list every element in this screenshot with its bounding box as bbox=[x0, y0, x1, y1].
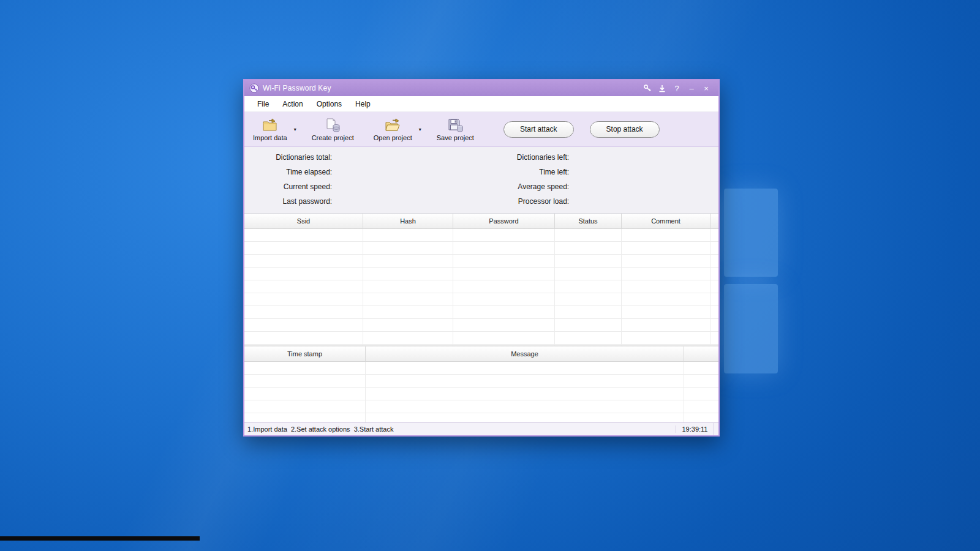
import-data-label: Import data bbox=[253, 134, 287, 141]
statusbar: 1.Import data 2.Set attack options 3.Sta… bbox=[244, 422, 718, 435]
results-table[interactable]: Ssid Hash Password Status Comment bbox=[244, 214, 718, 347]
column-header-message[interactable]: Message bbox=[366, 347, 684, 361]
comment-column bbox=[622, 229, 710, 345]
save-project-button[interactable]: Save project bbox=[434, 116, 477, 143]
statusbar-grip bbox=[714, 423, 718, 435]
stat-row: Dictionaries left: bbox=[481, 150, 718, 165]
stats-column-left: Dictionaries total: Time elapsed: Curren… bbox=[244, 150, 481, 213]
menu-help[interactable]: Help bbox=[349, 97, 377, 111]
stats-panel: Dictionaries total: Time elapsed: Curren… bbox=[244, 147, 718, 214]
taskbar-edge bbox=[0, 536, 200, 541]
menubar: File Action Options Help bbox=[244, 96, 718, 112]
windows-logo-pane bbox=[724, 284, 778, 373]
toolbar: Import data ▼ Create project bbox=[244, 112, 718, 147]
create-project-label: Create project bbox=[312, 134, 354, 141]
import-folder-icon bbox=[262, 118, 279, 133]
log-table[interactable]: Time stamp Message bbox=[244, 347, 718, 422]
stat-row: Current speed: bbox=[244, 179, 481, 194]
column-header-filler bbox=[710, 214, 718, 228]
stats-column-right: Dictionaries left: Time left: Average sp… bbox=[481, 150, 718, 213]
open-dropdown-arrow[interactable]: ▼ bbox=[416, 117, 424, 141]
column-header-comment[interactable]: Comment bbox=[622, 214, 710, 228]
stat-row: Processor load: bbox=[481, 194, 718, 209]
log-table-body[interactable] bbox=[244, 362, 718, 422]
column-header-hash[interactable]: Hash bbox=[363, 214, 453, 228]
average-speed-label: Average speed: bbox=[481, 182, 569, 191]
stat-row: Time elapsed: bbox=[244, 165, 481, 179]
open-folder-icon bbox=[384, 118, 401, 133]
dictionaries-left-label: Dictionaries left: bbox=[481, 153, 569, 162]
password-column bbox=[453, 229, 555, 345]
status-hint: 1.Import data 2.Set attack options 3.Sta… bbox=[244, 425, 676, 433]
app-icon bbox=[249, 83, 259, 93]
create-project-button[interactable]: Create project bbox=[309, 116, 356, 143]
stat-row: Dictionaries total: bbox=[244, 150, 481, 165]
column-header-filler bbox=[684, 347, 718, 361]
minimize-button[interactable]: – bbox=[684, 82, 699, 94]
key-icon[interactable] bbox=[640, 82, 655, 94]
time-left-label: Time left: bbox=[481, 168, 569, 176]
desktop: Wi-Fi Password Key ? – × File Action bbox=[0, 0, 980, 551]
time-elapsed-label: Time elapsed: bbox=[244, 168, 332, 176]
status-clock: 19:39:11 bbox=[676, 425, 714, 433]
start-attack-button[interactable]: Start attack bbox=[503, 121, 574, 138]
last-password-label: Last password: bbox=[244, 197, 332, 206]
hash-column bbox=[363, 229, 453, 345]
window-title: Wi-Fi Password Key bbox=[263, 84, 331, 92]
stat-row: Average speed: bbox=[481, 179, 718, 194]
processor-load-label: Processor load: bbox=[481, 197, 569, 206]
dictionaries-total-label: Dictionaries total: bbox=[244, 153, 332, 162]
stat-row: Time left: bbox=[481, 165, 718, 179]
column-header-password[interactable]: Password bbox=[453, 214, 555, 228]
results-table-header: Ssid Hash Password Status Comment bbox=[244, 214, 718, 229]
status-column bbox=[555, 229, 622, 345]
create-project-icon bbox=[324, 118, 341, 133]
column-header-timestamp[interactable]: Time stamp bbox=[244, 347, 366, 361]
import-dropdown-arrow[interactable]: ▼ bbox=[291, 117, 300, 141]
column-header-status[interactable]: Status bbox=[555, 214, 622, 228]
current-speed-label: Current speed: bbox=[244, 182, 332, 191]
titlebar[interactable]: Wi-Fi Password Key ? – × bbox=[244, 80, 718, 96]
ssid-column bbox=[244, 229, 363, 345]
stop-attack-button[interactable]: Stop attack bbox=[590, 121, 660, 138]
download-icon[interactable] bbox=[655, 82, 669, 94]
help-button[interactable]: ? bbox=[669, 82, 684, 94]
save-floppy-icon bbox=[447, 118, 464, 133]
column-header-ssid[interactable]: Ssid bbox=[244, 214, 363, 228]
open-project-label: Open project bbox=[374, 134, 412, 141]
open-project-button[interactable]: Open project bbox=[371, 116, 415, 143]
timestamp-column bbox=[244, 362, 366, 422]
import-data-button[interactable]: Import data bbox=[251, 116, 290, 143]
menu-action[interactable]: Action bbox=[276, 97, 309, 111]
save-project-label: Save project bbox=[437, 134, 474, 141]
message-column bbox=[366, 362, 684, 422]
results-table-body[interactable] bbox=[244, 229, 718, 345]
windows-logo-pane bbox=[724, 189, 778, 277]
close-button[interactable]: × bbox=[699, 82, 714, 94]
menu-options[interactable]: Options bbox=[310, 97, 349, 111]
app-window: Wi-Fi Password Key ? – × File Action bbox=[243, 79, 720, 437]
stat-row: Last password: bbox=[244, 194, 481, 209]
filler-column bbox=[684, 362, 718, 422]
log-table-header: Time stamp Message bbox=[244, 347, 718, 362]
menu-file[interactable]: File bbox=[251, 97, 276, 111]
filler-column bbox=[710, 229, 718, 345]
